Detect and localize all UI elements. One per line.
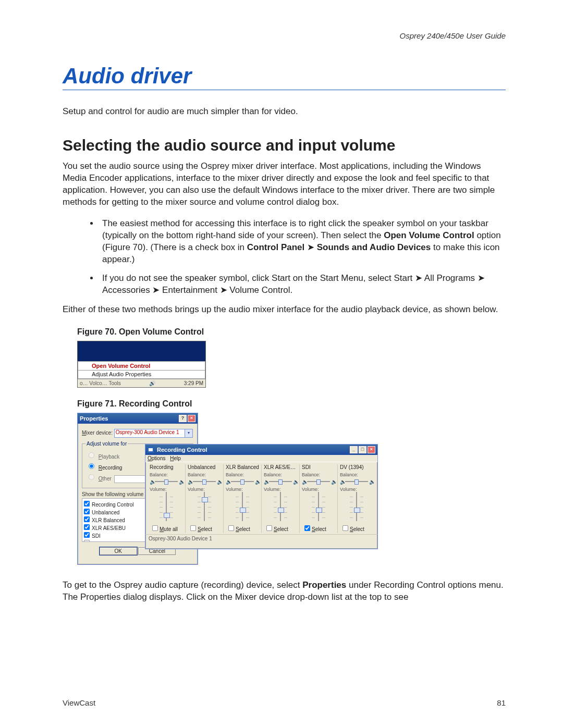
paragraph-3: To get to the Osprey audio capture (reco… [63, 579, 506, 603]
volume-control-checkbox[interactable] [84, 524, 90, 530]
balance-slider[interactable]: 🔈🔈 [188, 478, 221, 485]
checkbox-input[interactable] [342, 525, 348, 531]
recording-control-titlebar: Recording Control _ □ × [145, 445, 377, 455]
page-title: Audio driver [63, 64, 506, 90]
paragraph-2: Either of these two methods brings up th… [63, 304, 506, 316]
checkbox-input[interactable] [304, 525, 310, 531]
chevron-down-icon[interactable]: ▾ [185, 429, 192, 437]
volume-control-checkbox[interactable] [84, 509, 90, 514]
speaker-left-icon: 🔈 [340, 479, 344, 484]
volume-slider[interactable] [188, 492, 221, 521]
properties-titlebar: Properties ? × [78, 413, 198, 424]
volume-slider[interactable] [226, 492, 259, 521]
properties-title: Properties [80, 415, 108, 422]
bold-text: Open Volume Control [384, 230, 474, 240]
select-checkbox[interactable]: Select [302, 526, 326, 532]
running-header: Osprey 240e/450e User Guide [63, 31, 506, 40]
arrow-icon: ➤ [304, 242, 316, 252]
menu-help[interactable]: HHelpelp [170, 455, 181, 461]
balance-label: Balance: [188, 472, 221, 477]
bullet-2: If you do not see the speaker symbol, cl… [99, 273, 506, 297]
volume-control-checkbox[interactable] [84, 501, 90, 507]
menu-item-adjust-audio-properties[interactable]: Adjust Audio Properties [78, 370, 205, 378]
mixer-channel: SDIBalance:🔈🔈Volume:Select [300, 464, 338, 533]
volume-label: Volume: [302, 487, 335, 492]
mixer-channel: XLR AES/EBUBalance:🔈🔈Volume:Select [262, 464, 300, 533]
volume-label: Volume: [264, 487, 297, 492]
balance-slider[interactable]: 🔈🔈 [226, 478, 259, 485]
volume-control-checkbox[interactable] [84, 532, 90, 538]
select-checkbox[interactable]: Select [340, 526, 364, 532]
volume-label: Volume: [150, 487, 183, 492]
speaker-right-icon: 🔈 [369, 479, 373, 484]
select-checkbox[interactable]: Select [226, 526, 250, 532]
bold-text: Properties [302, 580, 346, 590]
channel-name: XLR AES/EBU [264, 464, 297, 470]
balance-label: Balance: [340, 472, 373, 477]
balance-label: Balance: [226, 472, 259, 477]
volume-control-checkbox[interactable] [84, 540, 90, 542]
radio-playback-input[interactable] [89, 452, 94, 458]
figure-70-caption: Figure 70. Open Volume Control [77, 327, 506, 337]
mixer-device-dropdown[interactable]: Osprey-300 Audio Device 1 ▾ [114, 429, 193, 438]
balance-slider[interactable]: 🔈🔈 [150, 478, 183, 485]
volume-control-checkbox[interactable] [84, 516, 90, 522]
speaker-left-icon: 🔈 [226, 479, 230, 484]
app-icon [148, 447, 154, 453]
bullet-list: The easiest method for accessing this in… [99, 218, 506, 297]
ok-button[interactable]: OK [100, 547, 137, 555]
speaker-left-icon: 🔈 [302, 479, 306, 484]
volume-slider[interactable] [302, 492, 335, 521]
mixer-columns: RecordingBalance:🔈🔈Volume:Mute allUnbala… [145, 462, 377, 534]
balance-label: Balance: [302, 472, 335, 477]
mixer-device-value: Osprey-300 Audio Device 1 [116, 429, 179, 435]
svg-rect-1 [149, 448, 153, 451]
help-button-icon[interactable]: ? [179, 415, 187, 422]
page-footer: ViewCast 81 [63, 698, 506, 707]
volume-label: Volume: [340, 487, 373, 492]
intro-paragraph: Setup and control for audio are much sim… [63, 106, 506, 118]
mixer-channel: RecordingBalance:🔈🔈Volume:Mute all [148, 464, 186, 533]
radio-recording-input[interactable] [89, 463, 94, 469]
volume-slider[interactable] [264, 492, 297, 521]
close-icon[interactable]: × [188, 415, 195, 422]
checkbox-input[interactable] [266, 525, 272, 531]
speaker-icon[interactable]: 🔊 [149, 380, 155, 386]
select-checkbox[interactable]: Select [188, 526, 212, 532]
tray-icons: 🔊 [149, 380, 155, 386]
channel-name: SDI [302, 464, 335, 470]
figure-71-caption: Figure 71. Recording Control [77, 399, 506, 409]
select-checkbox[interactable]: Select [264, 526, 288, 532]
checkbox-input[interactable] [228, 525, 234, 531]
channel-name: Recording [150, 464, 183, 470]
speaker-right-icon: 🔈 [255, 479, 259, 484]
speaker-right-icon: 🔈 [217, 479, 221, 484]
balance-slider[interactable]: 🔈🔈 [340, 478, 373, 485]
taskbar-background [78, 341, 205, 361]
checkbox-input[interactable] [190, 525, 196, 531]
figure-71: Properties ? × MMixer device:ixer device… [77, 413, 380, 564]
menu-options[interactable]: OOptionsptions [148, 455, 165, 461]
figure-70: Open Volume Control Adjust Audio Propert… [77, 341, 206, 388]
mixer-channel: XLR BalancedBalance:🔈🔈Volume:Select [224, 464, 262, 533]
speaker-right-icon: 🔈 [293, 479, 297, 484]
minimize-icon[interactable]: _ [350, 446, 358, 453]
speaker-right-icon: 🔈 [331, 479, 335, 484]
mute-all-checkbox[interactable]: Mute all [150, 526, 178, 532]
speaker-left-icon: 🔈 [188, 479, 192, 484]
context-menu: Open Volume Control Adjust Audio Propert… [78, 361, 205, 379]
balance-slider[interactable]: 🔈🔈 [302, 478, 335, 485]
close-icon[interactable]: × [368, 446, 375, 453]
taskbar-apps: o… Volco… Tools [80, 380, 121, 386]
balance-label: Balance: [150, 472, 183, 477]
adjust-volume-legend: Adjust volume for [85, 441, 128, 447]
checkbox-input[interactable] [152, 525, 158, 531]
radio-other-input[interactable] [89, 474, 94, 480]
paragraph-1: You set the audio source using the Ospre… [63, 161, 506, 208]
menu-item-open-volume-control[interactable]: Open Volume Control [78, 362, 205, 370]
maximize-icon[interactable]: □ [359, 446, 366, 453]
volume-slider[interactable] [150, 492, 183, 521]
speaker-right-icon: 🔈 [179, 479, 183, 484]
volume-slider[interactable] [340, 492, 373, 521]
balance-slider[interactable]: 🔈🔈 [264, 478, 297, 485]
